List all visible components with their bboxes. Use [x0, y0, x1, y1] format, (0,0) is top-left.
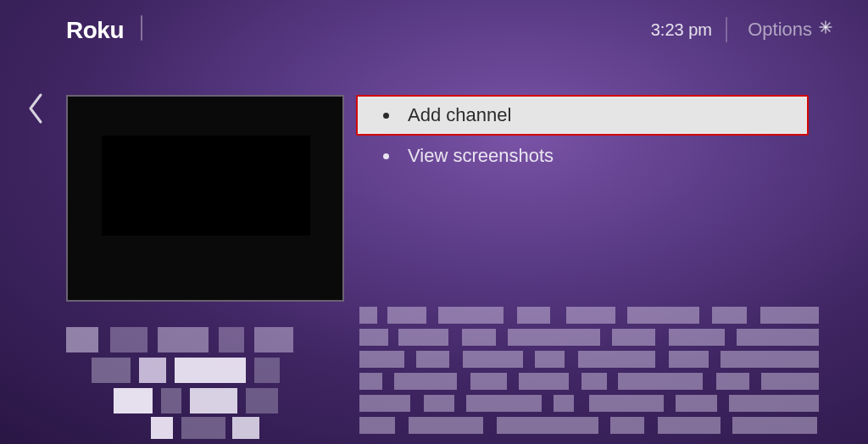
menu-item-view-screenshots[interactable]: View screenshots	[356, 136, 809, 176]
asterisk-icon	[817, 19, 834, 41]
menu-item-label: Add channel	[408, 104, 511, 126]
options-button[interactable]: Options	[748, 19, 834, 41]
channel-tile-logo	[102, 136, 310, 236]
back-button[interactable]	[19, 93, 53, 127]
chevron-left-icon	[23, 92, 48, 129]
roku-logo: Roku	[66, 17, 124, 44]
options-divider	[726, 17, 727, 42]
channel-description-obscured	[359, 307, 819, 434]
logo-divider	[141, 15, 142, 41]
bullet-icon	[383, 113, 389, 119]
menu-item-add-channel[interactable]: Add channel	[356, 95, 809, 136]
menu-item-label: View screenshots	[408, 145, 554, 167]
bullet-icon	[383, 153, 389, 159]
action-menu: Add channel View screenshots	[356, 95, 809, 176]
header-bar: Roku 3:23 pm Options	[0, 0, 868, 49]
clock: 3:23 pm	[651, 20, 712, 40]
options-label: Options	[748, 19, 812, 41]
channel-metadata-obscured	[66, 327, 344, 439]
